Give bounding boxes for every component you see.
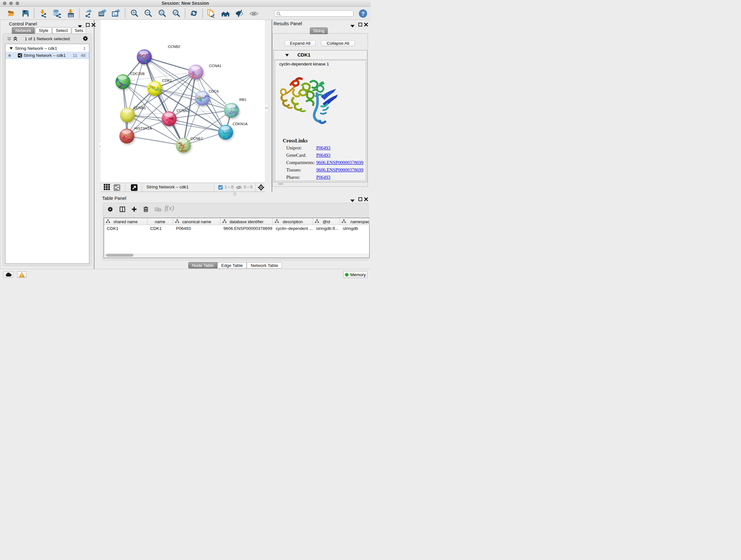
- svg-text:CCNA2: CCNA2: [177, 109, 189, 112]
- svg-text:CCNE1: CCNE1: [191, 137, 203, 140]
- svg-text:CDC6: CDC6: [209, 89, 219, 93]
- svg-text:CCNB1: CCNB1: [133, 106, 146, 110]
- svg-text:CCNB2: CCNB2: [168, 45, 180, 49]
- svg-text:?: ?: [361, 10, 364, 17]
- svg-text:CDKN1A: CDKN1A: [232, 122, 248, 126]
- svg-text:CDK1: CDK1: [162, 78, 172, 82]
- svg-text:CDC25B: CDC25B: [130, 72, 145, 76]
- svg-text:CCNA1: CCNA1: [209, 64, 221, 68]
- svg-text:RB1: RB1: [239, 98, 246, 102]
- svg-text:HIST1H1A: HIST1H1A: [134, 126, 152, 130]
